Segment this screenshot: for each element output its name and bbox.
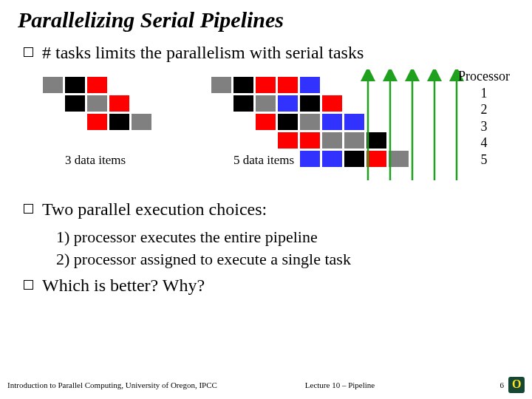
- pipeline-cell: [322, 95, 342, 112]
- pipeline-cell: [109, 95, 129, 112]
- processor-row-1: 1: [458, 85, 510, 102]
- processor-row-4: 4: [458, 134, 510, 151]
- square-bullet-icon: [24, 280, 33, 290]
- pipeline-cell: [109, 114, 129, 130]
- pipeline-cell: [256, 114, 276, 130]
- pipeline-cell: [300, 77, 320, 93]
- pipeline-cell: [43, 77, 63, 93]
- footer-left: Introduction to Parallel Computing, Univ…: [7, 381, 229, 389]
- processor-row-3: 3: [458, 118, 510, 135]
- square-bullet-icon: [24, 47, 33, 57]
- bullet-1: # tasks limits the parallelism with seri…: [24, 41, 514, 64]
- pipeline-cell: [211, 77, 231, 93]
- pipeline-cell: [322, 114, 342, 130]
- sub-2: 2) processor assigned to execute a singl…: [56, 248, 514, 270]
- pipeline-cell: [389, 151, 409, 167]
- pipeline-cell: [233, 77, 253, 93]
- label-3-data-items: 3 data items: [65, 153, 126, 168]
- pipeline-cell: [300, 114, 320, 130]
- bullet-2: Two parallel execution choices:: [24, 198, 514, 220]
- pipeline-cell: [366, 151, 386, 167]
- processor-row-5: 5: [458, 151, 510, 168]
- pipeline-cell: [322, 151, 342, 167]
- footer: Introduction to Parallel Computing, Univ…: [0, 377, 532, 393]
- pipeline-cell: [87, 95, 107, 112]
- slide: Parallelizing Serial Pipelines # tasks l…: [0, 0, 532, 399]
- processor-column: Processor 1 2 3 4 5: [458, 68, 510, 168]
- pipeline-cell: [278, 132, 298, 149]
- uo-logo-icon: [508, 377, 525, 393]
- pipeline-cell: [278, 95, 298, 112]
- pipeline-cell: [300, 132, 320, 149]
- bullet-3: Which is better? Why?: [24, 274, 514, 296]
- page-number: 6: [500, 381, 505, 389]
- footer-mid: Lecture 10 – Pipeline: [229, 381, 451, 389]
- pipeline-cell: [278, 114, 298, 130]
- pipeline-cell: [132, 114, 151, 130]
- pipeline-cell: [322, 132, 342, 149]
- pipeline-cell: [366, 132, 386, 149]
- footer-right: 6: [451, 377, 525, 393]
- label-5-data-items: 5 data items: [233, 153, 294, 168]
- pipeline-diagram: 3 data items 5 data items Processor 1 2 …: [18, 69, 514, 195]
- pipeline-cell: [87, 114, 107, 130]
- pipeline-cell: [278, 77, 298, 93]
- processor-row-2: 2: [458, 101, 510, 118]
- square-bullet-icon: [24, 204, 33, 214]
- pipeline-cell: [344, 114, 364, 130]
- pipeline-cell: [300, 151, 320, 167]
- pipeline-cell: [344, 151, 364, 167]
- pipeline-cell: [65, 95, 85, 112]
- pipeline-cell: [87, 77, 107, 93]
- pipeline-cell: [344, 132, 364, 149]
- pipeline-cell: [65, 77, 85, 93]
- bullet-2-text: Two parallel execution choices:: [42, 198, 514, 220]
- sub-list: 1) processor executes the entire pipelin…: [56, 226, 514, 270]
- bullet-3-text: Which is better? Why?: [42, 274, 514, 296]
- pipeline-cell: [256, 77, 276, 93]
- processor-header: Processor: [458, 68, 510, 85]
- bullet-1-text: # tasks limits the parallelism with seri…: [42, 41, 514, 64]
- pipeline-cell: [233, 95, 253, 112]
- pipeline-cell: [256, 95, 276, 112]
- sub-1: 1) processor executes the entire pipelin…: [56, 226, 514, 248]
- pipeline-cell: [300, 95, 320, 112]
- slide-title: Parallelizing Serial Pipelines: [18, 7, 514, 33]
